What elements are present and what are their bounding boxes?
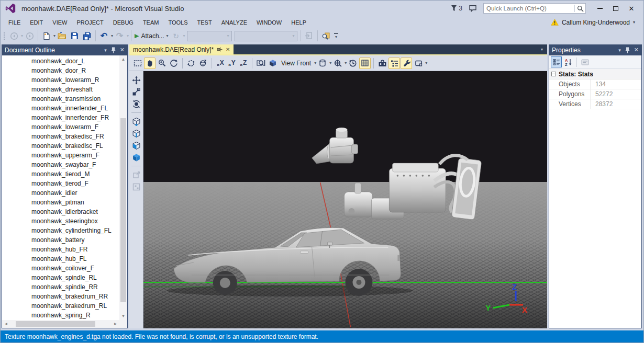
toolbar-overflow-button[interactable]: ▾ — [332, 33, 340, 39]
select-vertex-button[interactable] — [131, 116, 141, 127]
outline-item[interactable]: moonhawk_steeringbox — [2, 216, 119, 226]
menu-item[interactable]: FILE — [4, 18, 25, 27]
view-dropdown-icon[interactable]: ▾ — [314, 61, 316, 65]
close-panel-icon[interactable]: ✕ — [120, 47, 125, 53]
tab-list-chevron-icon[interactable]: ▾ — [541, 47, 547, 52]
open-file-button[interactable] — [56, 30, 68, 42]
solution-configurations-combo[interactable]: ▾ — [187, 31, 232, 41]
outline-item[interactable]: moonhawk_hub_FL — [2, 254, 119, 264]
outline-item[interactable]: moonhawk_driveshaft — [2, 85, 119, 94]
property-row[interactable]: Objects 134 — [549, 79, 641, 89]
outline-item[interactable]: moonhawk_idlerbracket — [2, 207, 119, 216]
menu-item[interactable]: EDIT — [25, 18, 48, 27]
outline-item[interactable]: moonhawk_door_L — [2, 56, 119, 66]
redo-dropdown-icon[interactable]: ▾ — [127, 33, 129, 38]
create-shape-dropdown-icon[interactable]: ▾ — [425, 61, 427, 65]
outline-item[interactable]: moonhawk_brakedrum_RL — [2, 301, 119, 311]
notifications-button[interactable]: 3 — [451, 5, 462, 12]
outline-item[interactable]: moonhawk_spindle_RL — [2, 273, 119, 282]
outline-item[interactable]: moonhawk_tierod_M — [2, 169, 119, 179]
outline-item[interactable]: moonhawk_tierod_F — [2, 179, 119, 188]
active-document-tab[interactable]: moonhawk.DAE[Read Only]* ✕ — [129, 44, 234, 54]
render-mode-button[interactable] — [317, 58, 328, 69]
toolbox-button[interactable] — [376, 58, 388, 69]
menu-item[interactable]: TEAM — [138, 18, 164, 27]
toggle-grid-button[interactable] — [359, 58, 371, 69]
outline-item[interactable]: moonhawk_battery — [2, 235, 119, 245]
minimize-button[interactable] — [592, 3, 608, 14]
redo-button[interactable]: ↷ — [114, 30, 126, 42]
zoom-extents-button[interactable] — [255, 58, 267, 69]
category-row[interactable]: Stats: Stats — [549, 69, 641, 79]
pan-tool-button[interactable] — [144, 58, 156, 69]
axis-lock-button[interactable]: aX — [215, 58, 226, 69]
axis-lock-button[interactable]: aZ — [238, 58, 249, 69]
categorized-view-button[interactable] — [551, 56, 562, 67]
select-object-button[interactable] — [131, 152, 141, 163]
outline-item[interactable]: moonhawk_cylinderthing_FL — [2, 226, 119, 235]
transform-pivot-button[interactable] — [131, 169, 141, 180]
new-file-button[interactable] — [40, 30, 52, 42]
new-file-dropdown-icon[interactable]: ▾ — [53, 33, 55, 38]
alphabetical-sort-button[interactable]: A Z — [563, 56, 574, 67]
navigate-forward-button[interactable] — [24, 30, 36, 42]
outline-item[interactable]: moonhawk_upperarm_F — [2, 151, 119, 160]
outline-item[interactable]: moonhawk_brakedisc_FR — [2, 132, 119, 141]
scroll-left-icon[interactable]: ◄ — [2, 320, 10, 328]
window-position-dropdown-icon[interactable]: ▾ — [104, 48, 107, 53]
menu-item[interactable]: DEBUG — [108, 18, 138, 27]
maximize-button[interactable] — [608, 3, 624, 14]
property-pages-button[interactable] — [580, 56, 591, 67]
outline-item[interactable]: moonhawk_transmission — [2, 94, 119, 104]
save-all-button[interactable] — [81, 30, 93, 42]
outline-item[interactable]: moonhawk_door_R — [2, 66, 119, 75]
collapse-icon[interactable] — [551, 72, 556, 76]
outline-item[interactable]: moonhawk_innerfender_FL — [2, 104, 119, 113]
menu-item[interactable]: VIEW — [48, 18, 72, 27]
back-dropdown-icon[interactable]: ▾ — [21, 33, 23, 38]
pin-icon[interactable] — [110, 47, 116, 53]
menu-item[interactable]: TOOLS — [163, 18, 192, 27]
find-in-files-button[interactable] — [320, 30, 332, 42]
outline-item[interactable]: moonhawk_spindle_RR — [2, 282, 119, 292]
outline-item[interactable]: moonhawk_lowerarm_F — [2, 122, 119, 132]
document-outline-header[interactable]: Document Outline ▾ ✕ — [2, 44, 128, 55]
refresh-button[interactable]: ↻ — [170, 30, 182, 42]
scale-tool-button[interactable] — [131, 87, 141, 97]
property-row[interactable]: Polygons 52272 — [549, 89, 641, 99]
attach-button[interactable]: ▶ Attach... ▾ — [134, 30, 170, 42]
select-face-button[interactable] — [131, 140, 141, 151]
navigate-back-button[interactable] — [8, 30, 20, 42]
search-icon[interactable] — [575, 5, 585, 12]
select-edge-button[interactable] — [131, 128, 141, 139]
lighting-mode-button[interactable] — [332, 58, 343, 69]
outline-item[interactable]: moonhawk_innerfender_FR — [2, 113, 119, 122]
select-tool-button[interactable] — [132, 58, 143, 69]
outline-item[interactable]: moonhawk_swaybar_F — [2, 160, 119, 169]
render-mode-dropdown-icon[interactable]: ▾ — [329, 61, 331, 65]
menu-item[interactable]: HELP — [286, 18, 311, 27]
outline-item[interactable]: moonhawk_lowerarm_R — [2, 75, 119, 85]
snap-settings-button[interactable] — [131, 181, 141, 192]
properties-header[interactable]: Properties ▾ ✕ — [549, 44, 642, 55]
scroll-right-icon[interactable]: ► — [112, 320, 119, 328]
menu-item[interactable]: WINDOW — [252, 18, 286, 27]
feedback-bubble-icon[interactable] — [469, 5, 477, 12]
outline-item[interactable]: moonhawk_brakedisc_FL — [2, 141, 119, 151]
refresh-dropdown-icon[interactable]: ▾ — [183, 33, 185, 38]
zoom-tool-button[interactable] — [156, 58, 168, 69]
window-position-dropdown-icon[interactable]: ▾ — [618, 48, 621, 53]
navigate-to-button[interactable] — [303, 30, 315, 42]
outline-item[interactable]: moonhawk_brakedrum_RR — [2, 292, 119, 301]
toolbar-grip[interactable] — [3, 31, 6, 41]
outline-horizontal-scrollbar[interactable]: ◄ ► — [2, 320, 119, 328]
horizontal-scroll-thumb[interactable] — [16, 321, 95, 327]
vertical-scroll-thumb[interactable] — [120, 118, 126, 302]
material-tools-button[interactable] — [401, 58, 412, 69]
orbit-tool-button[interactable] — [168, 58, 180, 69]
quick-launch-input[interactable] — [484, 5, 574, 12]
create-shape-button[interactable] — [413, 58, 424, 69]
pin-icon[interactable] — [217, 47, 223, 52]
menu-item[interactable]: ANALYZE — [217, 18, 252, 27]
translate-tool-button[interactable] — [131, 75, 141, 85]
